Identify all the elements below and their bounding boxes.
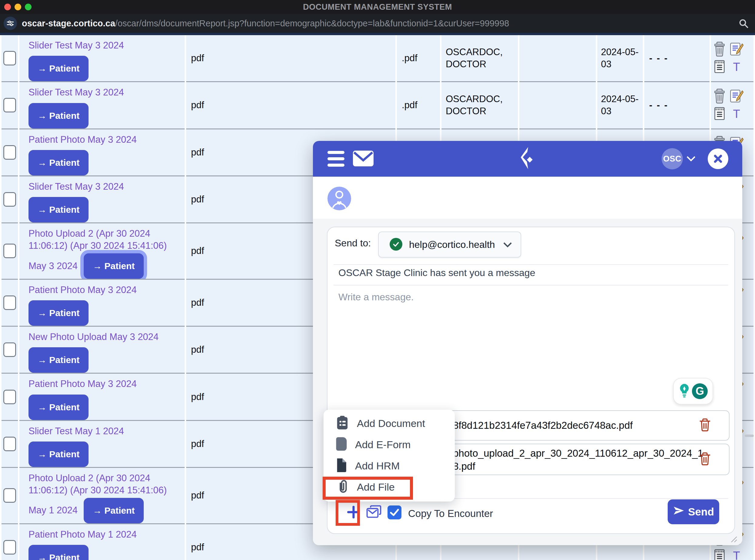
row-checkbox[interactable]: [3, 390, 16, 404]
message-input[interactable]: Write a message.: [338, 292, 413, 303]
divider: [333, 264, 728, 265]
message-subject: OSCAR Stage Clinic has sent you a messag…: [338, 267, 535, 279]
scrollbar-thumb[interactable]: [745, 435, 754, 437]
to-patient-button[interactable]: → Patient: [28, 545, 89, 560]
row-checkbox[interactable]: [3, 145, 16, 160]
traffic-light-minimize-icon[interactable]: [15, 4, 21, 10]
user-avatar[interactable]: OSC: [662, 148, 683, 169]
copy-to-encounter-checkbox[interactable]: [388, 505, 402, 519]
copy-to-encounter-label: Copy To Encounter: [408, 508, 493, 519]
search-zoom-icon[interactable]: [739, 19, 749, 30]
filetype-cell: .pdf: [397, 35, 440, 82]
address-url[interactable]: oscar-stage.cortico.ca/oscar/dms/documen…: [22, 14, 509, 33]
row-checkbox[interactable]: [3, 244, 16, 258]
to-patient-button[interactable]: → Patient: [28, 197, 89, 222]
row-checkbox[interactable]: [3, 192, 16, 207]
annotate-document-icon[interactable]: [730, 89, 743, 104]
document-title-link[interactable]: Patient Photo May 1 2024: [28, 528, 185, 541]
menu-item-add-hrm[interactable]: Add HRM: [324, 455, 455, 476]
cortico-logo-icon: [518, 147, 534, 171]
url-host: oscar-stage.cortico.ca: [22, 19, 115, 28]
window-title: DOCUMENT MANAGEMENT SYSTEM: [0, 0, 755, 14]
attachment-filename: 8f8d121b2314fe7a43f2b2dec6748ac.pdf: [453, 411, 633, 440]
document-title-link[interactable]: Patient Photo May 3 2024: [28, 284, 185, 296]
site-settings-icon[interactable]: [4, 17, 17, 30]
document-title-link[interactable]: Slider Test May 3 2024: [28, 86, 185, 99]
recipient-dropdown[interactable]: help@cortico.health: [378, 232, 521, 258]
table-row: Slider Test May 3 2024 → Patient pdf .pd…: [1, 82, 754, 129]
copy-message-icon[interactable]: [366, 504, 382, 521]
document-title-link[interactable]: Photo Upload 2 (Apr 30 2024 11:06:12) (A…: [28, 227, 185, 252]
notes-icon[interactable]: [714, 59, 725, 75]
to-patient-button[interactable]: → Patient: [28, 300, 89, 326]
document-title-suffix[interactable]: May 1 2024: [28, 504, 78, 516]
remove-attachment-icon[interactable]: [699, 452, 711, 467]
avatar-chevron-down-icon[interactable]: [686, 155, 696, 164]
document-title-link[interactable]: Slider Test May 1 2024: [28, 425, 185, 437]
status-cell: - - -: [644, 35, 710, 82]
divider: [333, 285, 728, 285]
to-patient-button[interactable]: → Patient: [28, 150, 89, 176]
attachment-filename: photo_upload_2_apr_30_2024_110612_apr_30…: [453, 447, 703, 473]
to-patient-button[interactable]: → Patient: [28, 103, 89, 128]
annotate-document-icon[interactable]: [730, 42, 743, 58]
empty-cell: [519, 35, 596, 82]
document-title-link[interactable]: Slider Test May 3 2024: [28, 181, 185, 193]
resize-grip-icon[interactable]: [730, 535, 737, 544]
add-document-icon: [336, 415, 349, 432]
modal-header: OSC: [313, 141, 742, 177]
notes-icon[interactable]: [714, 106, 725, 122]
document-title-link[interactable]: New Photo Upload May 3 2024: [28, 331, 185, 343]
send-button[interactable]: Send: [668, 499, 719, 524]
doctor-cell: OSCARDOC, DOCTOR: [442, 35, 518, 82]
row-checkbox[interactable]: [3, 296, 16, 310]
date-cell: 2024-05-03: [597, 35, 643, 82]
highlight-rect-add-file: [323, 477, 413, 500]
recipient-verified-icon: [390, 238, 402, 251]
message-compose-modal: OSC Test Patient Patient Consented PHN: …: [313, 141, 742, 545]
delete-document-icon[interactable]: [713, 88, 726, 105]
document-title-link[interactable]: Patient Photo May 3 2024: [28, 378, 185, 390]
row-checkbox[interactable]: [3, 540, 16, 555]
text-view-link[interactable]: T: [733, 549, 740, 560]
empty-cell: [519, 82, 596, 129]
table-row: Slider Test May 3 2024 → Patient pdf .pd…: [1, 35, 754, 82]
traffic-light-zoom-icon[interactable]: [25, 4, 32, 10]
to-patient-button[interactable]: → Patient: [28, 395, 89, 420]
send-icon: [673, 506, 684, 518]
delete-document-icon[interactable]: [713, 41, 726, 58]
row-checkbox[interactable]: [3, 51, 16, 65]
grammarly-g-icon: G: [692, 383, 708, 399]
document-title-link[interactable]: Patient Photo May 3 2024: [28, 134, 185, 146]
to-patient-button[interactable]: → Patient: [28, 56, 89, 81]
status-cell: - - -: [644, 82, 710, 129]
document-title-link[interactable]: Photo Upload 2 (Apr 30 2024 11:06:12) (A…: [28, 472, 185, 497]
row-checkbox[interactable]: [3, 98, 16, 113]
to-patient-button[interactable]: → Patient: [84, 498, 144, 523]
mail-icon[interactable]: [352, 150, 374, 168]
grammarly-widget[interactable]: G: [673, 378, 713, 404]
menu-item-add-document[interactable]: Add Document: [324, 413, 455, 434]
close-modal-button[interactable]: [708, 148, 728, 169]
recipient-chevron-down-icon: [502, 241, 513, 249]
window-titlebar: DOCUMENT MANAGEMENT SYSTEM: [0, 0, 755, 14]
row-checkbox[interactable]: [3, 342, 16, 357]
menu-item-add-eform[interactable]: Add E-Form: [324, 434, 455, 455]
notes-icon[interactable]: [714, 548, 725, 560]
traffic-light-close-icon[interactable]: [4, 4, 11, 10]
text-view-link[interactable]: T: [733, 61, 740, 74]
to-patient-button[interactable]: → Patient: [84, 253, 144, 279]
add-eform-icon: [336, 437, 347, 453]
row-checkbox[interactable]: [3, 437, 16, 451]
observation-cell: pdf: [186, 35, 395, 82]
menu-hamburger-icon[interactable]: [327, 151, 345, 167]
to-patient-button[interactable]: → Patient: [28, 347, 89, 373]
highlight-rect-plus: [336, 500, 360, 526]
text-view-link[interactable]: T: [733, 107, 740, 121]
url-bar[interactable]: oscar-stage.cortico.ca/oscar/dms/documen…: [0, 14, 755, 33]
document-title-link[interactable]: Slider Test May 3 2024: [28, 39, 185, 52]
remove-attachment-icon[interactable]: [699, 418, 711, 433]
row-checkbox[interactable]: [3, 488, 16, 503]
document-title-suffix[interactable]: May 3 2024: [28, 260, 78, 272]
to-patient-button[interactable]: → Patient: [28, 441, 89, 467]
